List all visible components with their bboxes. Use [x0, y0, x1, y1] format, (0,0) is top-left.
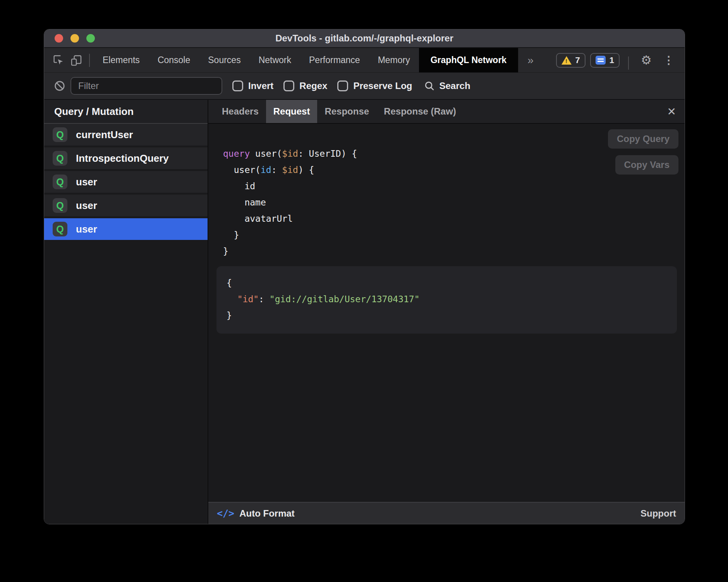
- titlebar: DevTools - gitlab.com/-/graphql-explorer: [44, 29, 685, 48]
- inspect-element-button[interactable]: [50, 48, 67, 72]
- query-type-badge: Q: [53, 151, 67, 166]
- device-toolbar-icon: [70, 54, 82, 67]
- tab-request[interactable]: Request: [266, 100, 318, 123]
- code-line: {: [227, 275, 667, 291]
- code-line: "id": "gid://gitlab/User/13704317": [227, 291, 667, 307]
- list-item-user-1[interactable]: Q user: [44, 171, 208, 193]
- query-list-header: Query / Mutation: [44, 100, 208, 124]
- warnings-badge[interactable]: 7: [556, 53, 585, 68]
- detail-footer: </> Auto Format Support: [208, 502, 685, 524]
- regex-label: Regex: [299, 80, 327, 91]
- toolbar-right-section: 7 1 ⚙ ⋮: [556, 48, 685, 72]
- support-link[interactable]: Support: [640, 508, 676, 519]
- code-line: avatarUrl: [223, 211, 685, 227]
- tab-headers[interactable]: Headers: [215, 100, 266, 123]
- message-count: 1: [610, 55, 614, 65]
- list-item-label: user: [76, 176, 97, 188]
- list-item-label: user: [76, 223, 97, 235]
- search-button[interactable]: Search: [424, 80, 470, 92]
- invert-checkbox[interactable]: [232, 80, 243, 91]
- copy-vars-button[interactable]: Copy Vars: [615, 155, 678, 175]
- code-line: name: [223, 194, 685, 211]
- query-type-badge: Q: [53, 222, 67, 236]
- request-detail-panel: Headers Request Response Response (Raw) …: [208, 100, 685, 524]
- devtools-window: DevTools - gitlab.com/-/graphql-explorer…: [44, 29, 685, 524]
- query-variables-block: { "id": "gid://gitlab/User/13704317" }: [216, 266, 677, 334]
- tab-memory[interactable]: Memory: [369, 48, 419, 72]
- list-item-user-2[interactable]: Q user: [44, 195, 208, 216]
- window-title: DevTools - gitlab.com/-/graphql-explorer: [44, 33, 685, 44]
- toolbar-divider: [89, 54, 90, 67]
- search-icon: [424, 80, 435, 92]
- regex-checkbox[interactable]: [283, 80, 294, 91]
- filter-input[interactable]: [70, 77, 222, 95]
- close-detail-icon[interactable]: ✕: [667, 100, 676, 123]
- filter-bar: Invert Regex Preserve Log Search: [44, 73, 685, 100]
- query-list-panel: Query / Mutation Q currentUser Q Introsp…: [44, 100, 208, 524]
- query-type-badge: Q: [53, 175, 67, 189]
- tab-network[interactable]: Network: [250, 48, 300, 72]
- tab-response-raw[interactable]: Response (Raw): [376, 100, 464, 123]
- regex-checkbox-group[interactable]: Regex: [283, 80, 327, 91]
- query-type-badge: Q: [53, 127, 67, 142]
- code-line: id: [223, 178, 685, 194]
- issues-badge[interactable]: 1: [590, 53, 620, 68]
- preserve-log-label: Preserve Log: [353, 80, 412, 91]
- query-list: Q currentUser Q IntrospectionQuery Q use…: [44, 124, 208, 242]
- traffic-lights: [55, 29, 95, 47]
- code-line: }: [223, 227, 685, 243]
- list-item-label: IntrospectionQuery: [76, 152, 169, 164]
- copy-query-button[interactable]: Copy Query: [608, 129, 678, 149]
- invert-checkbox-group[interactable]: Invert: [232, 80, 273, 91]
- toolbar-divider: [628, 56, 629, 70]
- tab-elements[interactable]: Elements: [94, 48, 149, 72]
- copy-buttons: Copy Query Copy Vars: [608, 129, 678, 175]
- preserve-log-checkbox-group[interactable]: Preserve Log: [337, 80, 412, 91]
- warning-icon: [561, 56, 572, 65]
- list-item-currentuser[interactable]: Q currentUser: [44, 124, 208, 146]
- tab-console[interactable]: Console: [149, 48, 199, 72]
- code-line: }: [227, 307, 667, 324]
- list-item-introspectionquery[interactable]: Q IntrospectionQuery: [44, 147, 208, 169]
- preserve-log-checkbox[interactable]: [337, 80, 348, 91]
- tab-response[interactable]: Response: [317, 100, 376, 123]
- more-tabs-icon[interactable]: »: [518, 48, 543, 72]
- block-icon: [54, 80, 65, 92]
- list-item-user-3-selected[interactable]: Q user: [44, 218, 208, 240]
- inspect-cursor-icon: [52, 54, 65, 67]
- clear-log-button[interactable]: [52, 80, 67, 92]
- devtools-toolbar: Elements Console Sources Network Perform…: [44, 48, 685, 73]
- minimize-window-button[interactable]: [70, 34, 79, 43]
- zoom-window-button[interactable]: [86, 34, 95, 43]
- menu-dots-icon[interactable]: ⋮: [660, 54, 678, 67]
- tab-sources[interactable]: Sources: [199, 48, 249, 72]
- close-window-button[interactable]: [55, 34, 63, 43]
- toggle-device-toolbar-button[interactable]: [67, 48, 85, 72]
- code-line: }: [223, 243, 685, 259]
- query-type-badge: Q: [53, 198, 67, 213]
- auto-format-button[interactable]: Auto Format: [239, 508, 295, 519]
- search-label: Search: [439, 80, 470, 91]
- content-area: Query / Mutation Q currentUser Q Introsp…: [44, 100, 685, 524]
- message-icon: [596, 56, 606, 65]
- detail-tabs: Headers Request Response Response (Raw) …: [208, 100, 685, 124]
- warning-count: 7: [575, 55, 580, 65]
- tab-performance[interactable]: Performance: [300, 48, 369, 72]
- list-item-label: user: [76, 200, 97, 212]
- request-body-area: Copy Query Copy Vars query user($id: Use…: [208, 124, 685, 502]
- code-brackets-icon: </>: [217, 508, 234, 519]
- settings-gear-icon[interactable]: ⚙: [637, 53, 655, 67]
- tab-graphql-network[interactable]: GraphQL Network: [419, 48, 518, 72]
- invert-label: Invert: [248, 80, 273, 91]
- list-item-label: currentUser: [76, 129, 133, 141]
